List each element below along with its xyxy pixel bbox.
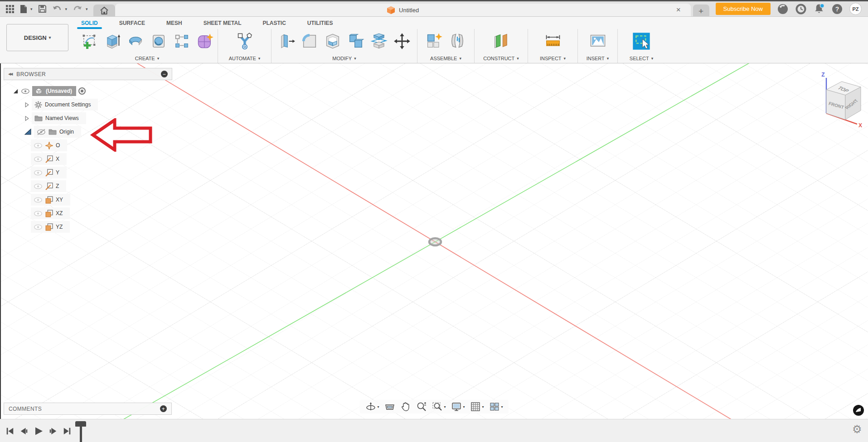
origin-expanded-triangle-icon[interactable] [24, 129, 32, 135]
collapse-panel-icon[interactable]: ◀◀ [8, 72, 12, 76]
group-label-select[interactable]: SELECT [630, 53, 653, 63]
zoom-button[interactable] [415, 401, 427, 413]
select-button[interactable] [631, 30, 652, 53]
pan-hand-icon [400, 401, 411, 412]
grid-settings-button[interactable]: ▾ [469, 401, 485, 413]
comments-bar[interactable]: COMMENTS + [4, 403, 172, 415]
plane-icon [45, 196, 53, 204]
visibility-eye-dim-icon[interactable] [34, 169, 43, 176]
tab-surface[interactable]: SURFACE [119, 20, 145, 26]
home-tab-button[interactable] [93, 5, 115, 16]
tree-row-axis-y[interactable]: Y [31, 167, 172, 178]
visibility-eye-dim-icon[interactable] [34, 183, 43, 190]
avatar[interactable]: PZ [849, 3, 862, 15]
zoom-window-button[interactable]: ▾ [431, 401, 446, 413]
look-at-button[interactable] [383, 401, 396, 413]
pan-button[interactable] [399, 401, 412, 413]
file-menu-button[interactable] [18, 4, 34, 14]
tree-row-plane-yz[interactable]: YZ [31, 221, 172, 233]
design-workspace-selector[interactable]: DESIGN [6, 24, 68, 51]
group-label-inspect[interactable]: INSPECT [540, 53, 566, 63]
combine-button[interactable] [345, 30, 366, 53]
redo-button[interactable] [71, 4, 90, 14]
tree-row-plane-xy[interactable]: XY [31, 194, 172, 206]
revolve-button[interactable] [125, 30, 146, 53]
create-form-button[interactable] [194, 30, 215, 53]
visibility-eye-dim-icon[interactable] [34, 142, 43, 149]
activate-component-radio[interactable] [78, 87, 86, 95]
collapsed-triangle-icon[interactable] [24, 102, 29, 108]
go-to-end-button[interactable] [63, 427, 72, 436]
new-tab-button[interactable]: + [693, 5, 709, 18]
group-label-modify[interactable]: MODIFY [332, 53, 356, 63]
close-tab-icon[interactable]: × [674, 5, 684, 14]
shell-button[interactable] [322, 30, 343, 53]
extensions-icon[interactable] [777, 3, 789, 15]
split-body-button[interactable] [369, 30, 389, 53]
fillet-button[interactable] [299, 30, 320, 53]
visibility-eye-icon[interactable] [21, 88, 30, 95]
timeline-settings-gear-icon[interactable]: ⚙ [852, 423, 862, 436]
app-launcher-button[interactable] [4, 4, 16, 14]
viewcube[interactable]: TOP FRONT RIGHT Z X [813, 66, 868, 130]
group-label-automate[interactable]: AUTOMATE [229, 53, 261, 63]
construct-plane-button[interactable] [491, 30, 512, 53]
subscribe-button[interactable]: Subscribe Now [716, 3, 771, 15]
help-icon[interactable]: ? [831, 3, 843, 15]
measure-button[interactable] [543, 30, 563, 53]
visibility-eye-dim-icon[interactable] [34, 156, 43, 163]
visibility-eye-dim-icon[interactable] [34, 224, 43, 231]
origin-marker[interactable] [429, 238, 441, 245]
tree-row-axis-x[interactable]: X [31, 153, 172, 165]
visibility-eye-dim-icon[interactable] [34, 197, 43, 203]
move-button[interactable] [392, 30, 412, 53]
tree-row-axis-z[interactable]: Z [31, 180, 172, 192]
display-settings-button[interactable]: ▾ [450, 401, 466, 413]
browser-header[interactable]: ◀◀ BROWSER − [4, 68, 172, 80]
group-label-assemble[interactable]: ASSEMBLE [430, 53, 461, 63]
document-tab[interactable]: Untitled × [115, 4, 691, 16]
minimize-panel-icon[interactable]: − [161, 71, 168, 77]
viewports-button[interactable]: ▾ [488, 401, 504, 413]
orbit-button[interactable]: ▾ [364, 401, 380, 413]
group-label-construct[interactable]: CONSTRUCT [483, 53, 519, 63]
component-selected-chip[interactable]: (Unsaved) [32, 86, 76, 96]
tab-plastic[interactable]: PLASTIC [262, 20, 286, 26]
step-back-button[interactable] [19, 427, 29, 436]
hole-button[interactable] [148, 30, 169, 53]
notifications-bell-icon[interactable] [813, 3, 825, 15]
browser-tree: (Unsaved) Document Settings Named Views [4, 85, 172, 233]
tab-sheet-metal[interactable]: SHEET METAL [204, 20, 242, 26]
expanded-triangle-icon[interactable] [13, 88, 19, 94]
group-label-create[interactable]: CREATE [135, 53, 159, 63]
pattern-button[interactable] [171, 30, 192, 53]
viewports-icon [489, 401, 500, 412]
joint-button[interactable] [447, 30, 468, 53]
job-status-clock-icon[interactable] [795, 3, 807, 15]
press-pull-button[interactable] [276, 30, 297, 53]
create-sketch-button[interactable] [79, 30, 100, 53]
tree-row-document-settings[interactable]: Document Settings [24, 99, 172, 110]
tab-utilities[interactable]: UTILITIES [307, 20, 333, 26]
tree-row-component[interactable]: (Unsaved) [13, 85, 172, 97]
automate-button[interactable] [234, 30, 255, 53]
visibility-off-eye-icon[interactable] [37, 129, 46, 135]
collapsed-triangle-icon[interactable] [24, 115, 29, 121]
add-comment-icon[interactable]: + [160, 405, 167, 412]
save-button[interactable] [36, 4, 48, 14]
extrude-button[interactable] [102, 30, 123, 53]
insert-button[interactable] [587, 30, 608, 53]
window-left-edge [0, 63, 1, 419]
new-component-button[interactable] [424, 30, 445, 53]
go-to-start-button[interactable] [5, 427, 15, 436]
play-button[interactable] [34, 426, 44, 436]
tab-mesh[interactable]: MESH [166, 20, 182, 26]
undo-button[interactable] [50, 4, 69, 14]
tree-row-plane-xz[interactable]: XZ [31, 207, 172, 219]
tab-solid[interactable]: SOLID [81, 20, 98, 26]
visibility-eye-dim-icon[interactable] [34, 210, 43, 217]
step-forward-button[interactable] [48, 427, 58, 436]
zoom-window-icon [432, 401, 442, 412]
group-label-insert[interactable]: INSERT [587, 53, 609, 63]
timeline-marker[interactable] [75, 421, 86, 442]
